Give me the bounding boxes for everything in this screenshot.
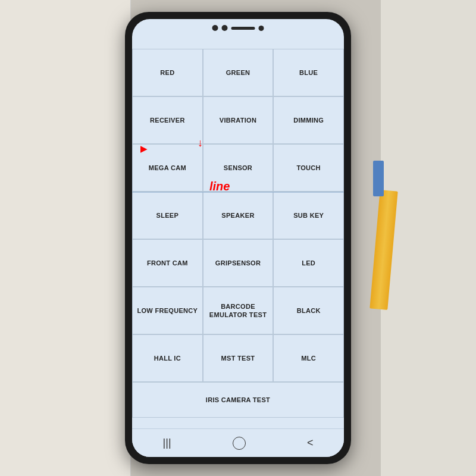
grid-cell-vibration[interactable]: VIBRATION xyxy=(203,96,274,144)
arrow-down-icon: ↓ xyxy=(198,137,203,149)
phone-body: RED GREEN BLUE RECEIVER VIBRATION xyxy=(125,12,351,464)
grid-cell-green[interactable]: GREEN xyxy=(203,49,274,96)
foam-right xyxy=(381,0,476,476)
nav-bar: ||| < xyxy=(132,428,344,457)
button-grid: RED GREEN BLUE RECEIVER VIBRATION xyxy=(132,49,344,418)
blue-tape xyxy=(373,161,384,196)
arrow-right-icon: ▶ xyxy=(140,144,147,154)
arrow-down-annotation: ↓ xyxy=(198,137,203,149)
grid-cell-barcode-emulator-test[interactable]: BARCODE EMULATOR TEST xyxy=(203,287,274,334)
grid-cell-receiver[interactable]: RECEIVER xyxy=(132,96,203,144)
grid-cell-iris-camera-test[interactable]: IRIS CAMERA TEST xyxy=(132,382,344,418)
grid-cell-blue[interactable]: BLUE xyxy=(273,49,344,96)
grid-cell-sleep[interactable]: SLEEP xyxy=(132,192,203,239)
sensor-dot xyxy=(222,25,228,31)
grid-cell-led[interactable]: LED xyxy=(273,239,344,287)
grid-cell-mst-test[interactable]: MST TEST xyxy=(203,334,274,382)
scene: RED GREEN BLUE RECEIVER VIBRATION xyxy=(0,0,476,476)
foam-left xyxy=(0,0,131,476)
grid-cell-dimming[interactable]: DIMMING xyxy=(273,96,344,144)
nav-recents[interactable]: ||| xyxy=(163,437,171,449)
camera-dot xyxy=(259,26,264,31)
grid-cell-sub-key[interactable]: SUB KEY xyxy=(273,192,344,239)
arrow-left-annotation: ▶ xyxy=(140,144,147,154)
grid-cell-front-cam[interactable]: FRONT CAM xyxy=(132,239,203,287)
grid-content: RED GREEN BLUE RECEIVER VIBRATION xyxy=(132,49,344,428)
phone-top-bar xyxy=(212,25,264,31)
grid-cell-black[interactable]: BLACK xyxy=(273,287,344,334)
grid-cell-red[interactable]: RED xyxy=(132,49,203,96)
grid-cell-low-frequency[interactable]: LOW FREQUENCY xyxy=(132,287,203,334)
line-annotation xyxy=(132,192,344,193)
grid-cell-speaker[interactable]: SPEAKER xyxy=(203,192,274,239)
screen: RED GREEN BLUE RECEIVER VIBRATION xyxy=(132,19,344,457)
speaker-bar xyxy=(231,27,255,30)
line-label: line xyxy=(209,180,230,193)
grid-cell-touch[interactable]: TOUCH xyxy=(273,144,344,192)
grid-cell-hall-ic[interactable]: HALL IC xyxy=(132,334,203,382)
nav-home[interactable] xyxy=(233,437,246,450)
front-cam-dot xyxy=(212,25,218,31)
grid-cell-mlc[interactable]: MLC xyxy=(273,334,344,382)
grid-cell-gripsensor[interactable]: GRIPSENSOR xyxy=(203,239,274,287)
nav-back[interactable]: < xyxy=(307,437,314,449)
